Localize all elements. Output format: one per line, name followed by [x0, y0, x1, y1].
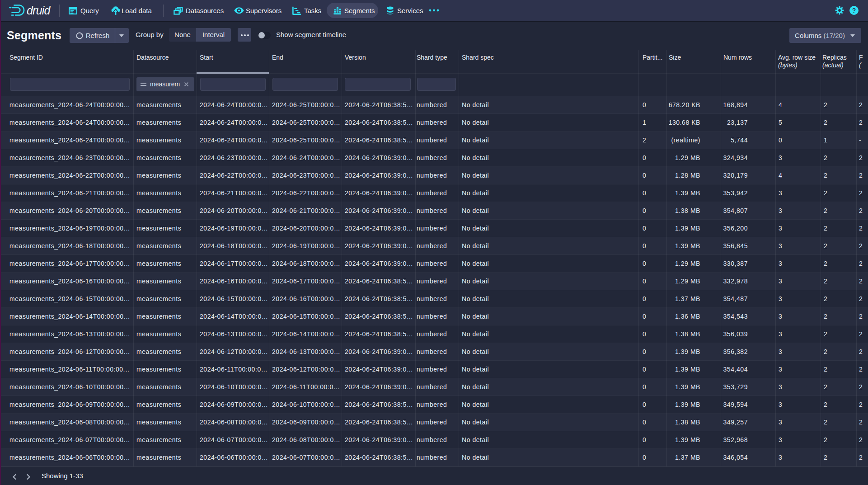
svg-text:?: ? [852, 7, 856, 14]
